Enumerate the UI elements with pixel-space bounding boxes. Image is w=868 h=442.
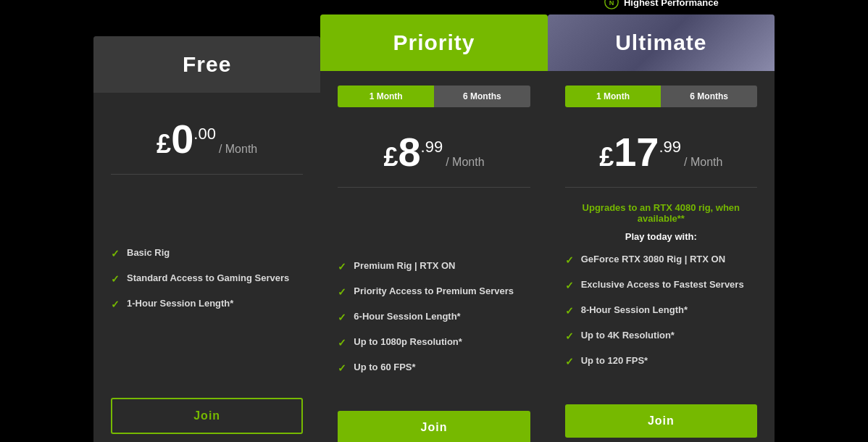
check-icon: ✓: [565, 254, 574, 266]
priority-price-symbol: £: [383, 142, 398, 172]
free-join-button[interactable]: Join: [111, 398, 303, 434]
check-icon: ✓: [565, 356, 574, 367]
feature-text: Standard Access to Gaming Servers: [127, 272, 289, 283]
check-icon: ✓: [338, 362, 346, 374]
free-price-main: 0: [171, 119, 193, 159]
check-icon: ✓: [338, 337, 346, 349]
priority-billing-toggle[interactable]: 1 Month 6 Months: [338, 86, 530, 107]
check-icon: ✓: [338, 312, 346, 323]
feature-text: 1-Hour Session Length*: [127, 298, 233, 309]
ultimate-plan-price-display: £ 17 .99 / Month: [565, 132, 757, 172]
priority-billing-6months[interactable]: 6 Months: [434, 86, 530, 107]
check-icon: ✓: [111, 248, 120, 259]
free-price-symbol: £: [157, 129, 171, 159]
feature-text: Up to 60 FPS*: [354, 362, 415, 372]
priority-price-main: 8: [398, 132, 420, 172]
ultimate-price-period: / Month: [684, 156, 722, 169]
list-item: ✓ Up to 120 FPS*: [565, 355, 757, 367]
free-plan-price-display: £ 0 .00 / Month: [111, 119, 303, 159]
play-today-label: Play today with:: [565, 231, 757, 242]
ultimate-plan-title: Ultimate: [562, 30, 760, 55]
ultimate-billing-toggle[interactable]: 1 Month 6 Months: [565, 86, 757, 107]
list-item: ✓ 6-Hour Session Length*: [338, 311, 530, 323]
badge-label: Highest Performance: [624, 0, 719, 8]
feature-text: Up to 120 FPS*: [581, 355, 648, 366]
list-item: ✓ Up to 4K Resolution*: [565, 330, 757, 342]
priority-join-button[interactable]: Join: [338, 411, 530, 442]
priority-spacer: [338, 202, 530, 260]
feature-text: Exclusive Access to Fastest Servers: [581, 279, 744, 290]
priority-price-period: / Month: [446, 156, 484, 169]
ultimate-plan-card: Ultimate 1 Month 6 Months £ 17 .99 / Mon…: [548, 14, 775, 442]
list-item: ✓ Premium Rig | RTX ON: [338, 260, 530, 272]
pricing-container: N Highest Performance Free £ 0 .00 / Mon…: [93, 14, 775, 442]
feature-text: Premium Rig | RTX ON: [354, 260, 455, 271]
upgrade-note: Upgrades to an RTX 4080 rig, when availa…: [565, 202, 757, 224]
priority-plan-card: Priority 1 Month 6 Months £ 8 .99 / Mont…: [320, 14, 547, 442]
check-icon: ✓: [338, 261, 346, 272]
free-spacer: [111, 189, 303, 247]
check-icon: ✓: [111, 299, 120, 310]
ultimate-billing-6months[interactable]: 6 Months: [661, 86, 757, 107]
list-item: ✓ Basic Rig: [111, 247, 303, 259]
ultimate-plan-header: Ultimate: [548, 14, 775, 71]
free-price-decimal: .00: [193, 125, 216, 143]
free-plan-price-section: £ 0 .00 / Month: [111, 107, 303, 175]
priority-billing-1month[interactable]: 1 Month: [338, 86, 434, 107]
feature-text: 8-Hour Session Length*: [581, 304, 688, 315]
ultimate-price-symbol: £: [599, 142, 614, 172]
free-plan-header: Free: [93, 36, 320, 93]
priority-plan-price-display: £ 8 .99 / Month: [338, 132, 530, 172]
ultimate-join-button[interactable]: Join: [565, 404, 757, 438]
list-item: ✓ Exclusive Access to Fastest Servers: [565, 279, 757, 291]
list-item: ✓ Up to 1080p Resolution*: [338, 336, 530, 349]
priority-features-list: ✓ Premium Rig | RTX ON ✓ Priority Access…: [338, 260, 530, 391]
free-plan-title: Free: [108, 52, 306, 77]
ultimate-billing-1month[interactable]: 1 Month: [565, 86, 662, 107]
feature-text: 6-Hour Session Length*: [354, 311, 460, 322]
highest-performance-badge: N Highest Performance: [548, 0, 775, 10]
nvidia-icon: N: [604, 0, 619, 10]
feature-text: GeForce RTX 3080 Rig | RTX ON: [581, 254, 725, 264]
ultimate-plan-body: 1 Month 6 Months £ 17 .99 / Month Upgrad…: [548, 71, 775, 442]
priority-price-decimal: .99: [421, 138, 443, 157]
feature-text: Priority Access to Premium Servers: [354, 285, 514, 296]
ultimate-plan-price-section: £ 17 .99 / Month: [565, 120, 757, 188]
priority-plan-header: Priority: [320, 14, 547, 71]
check-icon: ✓: [111, 273, 120, 285]
free-features-list: ✓ Basic Rig ✓ Standard Access to Gaming …: [111, 247, 303, 378]
feature-text: Up to 4K Resolution*: [581, 330, 675, 341]
svg-text:N: N: [609, 0, 614, 7]
free-price-period: / Month: [219, 143, 257, 156]
list-item: ✓ Standard Access to Gaming Servers: [111, 272, 303, 285]
check-icon: ✓: [565, 280, 574, 291]
priority-plan-title: Priority: [335, 30, 533, 55]
check-icon: ✓: [565, 305, 574, 317]
ultimate-price-decimal: .99: [659, 138, 682, 157]
list-item: ✓ Up to 60 FPS*: [338, 362, 530, 374]
list-item: ✓ 8-Hour Session Length*: [565, 304, 757, 317]
ultimate-price-main: 17: [614, 132, 659, 172]
ultimate-features-list: ✓ GeForce RTX 3080 Rig | RTX ON ✓ Exclus…: [565, 254, 757, 384]
list-item: ✓ GeForce RTX 3080 Rig | RTX ON: [565, 254, 757, 266]
feature-text: Up to 1080p Resolution*: [354, 336, 462, 347]
check-icon: ✓: [565, 330, 574, 342]
list-item: ✓ 1-Hour Session Length*: [111, 298, 303, 310]
priority-plan-body: 1 Month 6 Months £ 8 .99 / Month ✓ Premi…: [320, 71, 547, 442]
feature-text: Basic Rig: [127, 247, 170, 258]
check-icon: ✓: [338, 286, 346, 298]
free-plan-body: £ 0 .00 / Month ✓ Basic Rig ✓ Standard A…: [93, 93, 320, 442]
list-item: ✓ Priority Access to Premium Servers: [338, 285, 530, 298]
free-plan-card: Free £ 0 .00 / Month ✓ Basic Rig ✓ St: [93, 36, 320, 442]
priority-plan-price-section: £ 8 .99 / Month: [338, 120, 530, 188]
